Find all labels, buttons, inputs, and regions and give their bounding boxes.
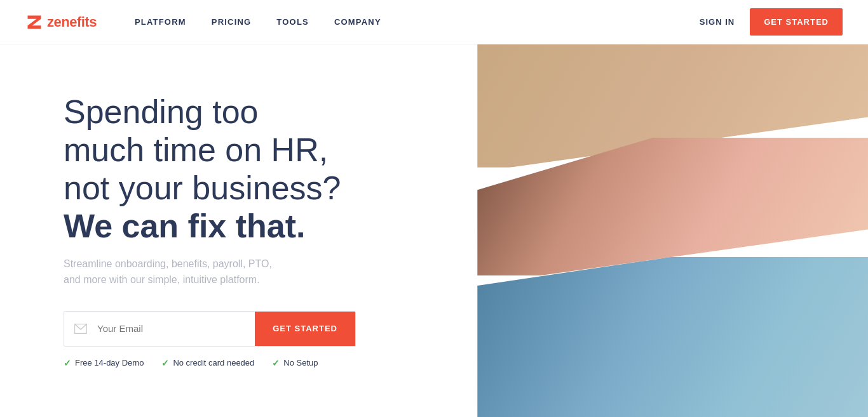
image-panel-bottom	[477, 257, 868, 417]
trust-label-demo: Free 14-day Demo	[75, 358, 144, 367]
sign-in-link[interactable]: SIGN IN	[700, 17, 735, 27]
trust-label-card: No credit card needed	[173, 358, 254, 367]
nav-links: PLATFORM PRICING TOOLS COMPANY	[135, 17, 700, 27]
nav-platform[interactable]: PLATFORM	[135, 17, 186, 27]
hero-heading-line1: Spending toomuch time on HR,not your bus…	[64, 93, 341, 206]
logo-icon	[25, 13, 43, 31]
nav-right: SIGN IN GET STARTED	[700, 8, 843, 36]
hero-image-collage	[477, 44, 868, 417]
email-icon	[64, 324, 97, 334]
trust-row: ✓ Free 14-day Demo ✓ No credit card need…	[64, 358, 477, 368]
trust-item-demo: ✓ Free 14-day Demo	[64, 358, 144, 368]
check-icon-setup: ✓	[272, 358, 280, 368]
email-input[interactable]	[97, 313, 255, 344]
logo[interactable]: zenefits	[25, 13, 97, 31]
email-form: GET STARTED	[64, 311, 356, 347]
hero-heading: Spending toomuch time on HR,not your bus…	[64, 93, 394, 245]
collage-wrapper	[477, 44, 868, 417]
navbar: zenefits PLATFORM PRICING TOOLS COMPANY …	[0, 0, 868, 44]
svg-marker-0	[28, 15, 41, 29]
nav-tools[interactable]: TOOLS	[276, 17, 309, 27]
trust-item-card: ✓ No credit card needed	[161, 358, 254, 368]
hero-heading-bold: We can fix that.	[64, 208, 305, 244]
hero-content: Spending toomuch time on HR,not your bus…	[0, 44, 477, 417]
logo-text: zenefits	[47, 14, 97, 30]
trust-label-setup: No Setup	[283, 358, 318, 367]
hero-subtext: Streamline onboarding, benefits, payroll…	[64, 256, 330, 288]
get-started-hero-button[interactable]: GET STARTED	[255, 312, 355, 346]
get-started-nav-button[interactable]: GET STARTED	[750, 8, 843, 36]
check-icon-demo: ✓	[64, 358, 71, 368]
envelope-icon	[74, 324, 87, 334]
trust-item-setup: ✓ No Setup	[272, 358, 318, 368]
check-icon-card: ✓	[161, 358, 169, 368]
nav-pricing[interactable]: PRICING	[212, 17, 252, 27]
nav-company[interactable]: COMPANY	[334, 17, 381, 27]
hero-section: Spending toomuch time on HR,not your bus…	[0, 44, 868, 417]
